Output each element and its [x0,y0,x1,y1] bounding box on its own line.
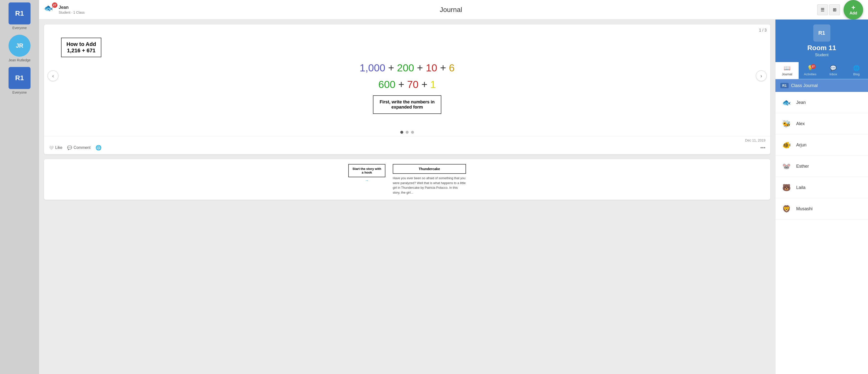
jean-avatar: 🐟 [780,96,793,109]
nav-tabs: 📖 Journal 💡 Activities 27 💬 Inbox 🌐 Blog [775,62,868,79]
tab-blog[interactable]: 🌐 Blog [845,62,868,79]
main-area: 🐟 27 Jean Student · 1 Class Journal ☰ ⊞ … [39,0,868,374]
student-item-arjun[interactable]: 🐠 Arjun [775,135,868,156]
user-name: Jean [59,5,85,10]
inbox-tab-label: Inbox [829,73,837,76]
room-badge: R1 [813,24,830,41]
everyone-label-1: Everyone [12,26,27,30]
jean-rutledge-avatar[interactable]: JR [8,35,31,57]
user-info: 🐟 27 Jean Student · 1 Class [44,4,85,16]
card-date-1: Dec 11, 2019 [49,138,766,142]
globe-button[interactable]: 🌐 [95,145,102,150]
jean-name: Jean [796,100,806,105]
like-button[interactable]: 🤍 Like [49,145,62,150]
equation-1: 1,000 + 200 + 10 + 6 [360,62,455,74]
view-toggle: ☰ ⊞ [817,4,840,15]
laila-name: Laila [796,185,805,190]
slide-area-1: 1 / 3 ‹ How to Add 1,216 + 671 1,000 + 2… [44,24,770,127]
content-area: 1 / 3 ‹ How to Add 1,216 + 671 1,000 + 2… [39,20,868,374]
top-header: 🐟 27 Jean Student · 1 Class Journal ☰ ⊞ … [39,0,868,20]
dot-3 [411,131,414,134]
like-label: Like [55,145,62,150]
card-footer-1: Dec 11, 2019 🤍 Like 💬 Comment 🌐 ••• [44,136,770,154]
blog-tab-icon: 🌐 [853,65,860,71]
esther-avatar: 🐭 [780,160,793,172]
preview-box-2: Thundercake [393,164,466,174]
journal-tab-icon: 📖 [784,65,790,71]
everyone-avatar-1[interactable]: R1 [8,2,31,24]
right-panel: R1 Room 11 Student 📖 Journal 💡 Activitie… [775,20,868,374]
header-right: ☰ ⊞ + Add [817,0,863,20]
list-view-button[interactable]: ☰ [817,4,828,15]
left-sidebar: R1 Everyone JR Jean Rutledge R1 Everyone [0,0,39,374]
everyone-group-2[interactable]: R1 Everyone [8,67,31,94]
alex-name: Alex [796,121,805,126]
math-slide: How to Add 1,216 + 671 1,000 + 200 + 10 … [51,38,763,114]
slide-counter-1: 1 / 3 [759,28,767,32]
comment-label: Comment [73,145,90,150]
student-item-musashi[interactable]: 🦁 Musashi [775,198,868,220]
card-actions-1: 🤍 Like 💬 Comment 🌐 ••• [49,145,766,150]
next-slide-button[interactable]: › [756,70,767,81]
musashi-name: Musashi [796,206,812,211]
room-name: Room 11 [780,44,863,52]
user-role: Student · 1 Class [59,10,85,15]
user-avatar: 🐟 27 [44,4,56,16]
blog-tab-label: Blog [854,73,860,76]
journal-feed: 1 / 3 ‹ How to Add 1,216 + 671 1,000 + 2… [39,20,775,374]
journal-tab-label: Journal [782,73,792,76]
page-title: Journal [440,6,462,14]
student-item-jean[interactable]: 🐟 Jean [775,92,868,113]
esther-name: Esther [796,164,809,169]
arrow-icon: → [365,178,369,182]
student-item-esther[interactable]: 🐭 Esther [775,156,868,177]
comment-button[interactable]: 💬 Comment [67,145,90,150]
notification-badge: 27 [52,2,57,8]
add-label: Add [849,11,857,16]
alex-avatar: 🐝 [780,118,793,130]
class-journal-label: Class Journal [791,83,818,88]
card-preview-2: Start the story with a hook → Thundercak… [44,159,770,200]
student-list: 🐟 Jean 🐝 Alex 🐠 Arjun 🐭 Esther 🐻 [775,92,868,374]
add-plus-icon: + [851,4,855,11]
arjun-name: Arjun [796,143,806,148]
more-options-button[interactable]: ••• [760,145,766,150]
tab-activities[interactable]: 💡 Activities 27 [799,62,822,79]
heart-icon: 🤍 [49,145,54,150]
info-box: First, write the numbers in expanded for… [373,95,441,114]
comment-icon: 💬 [67,145,72,150]
musashi-avatar: 🦁 [780,203,793,215]
journal-card-2: Start the story with a hook → Thundercak… [44,159,770,200]
tab-inbox[interactable]: 💬 Inbox [822,62,845,79]
jean-rutledge-group[interactable]: JR Jean Rutledge [8,35,31,62]
class-journal-badge: R1 [780,83,788,88]
add-button[interactable]: + Add [844,0,863,20]
preview-box-1: Start the story with a hook [348,164,385,177]
student-item-laila[interactable]: 🐻 Laila [775,177,868,198]
user-text-block: Jean Student · 1 Class [59,5,85,15]
student-item-alex[interactable]: 🐝 Alex [775,113,868,135]
journal-card-1: 1 / 3 ‹ How to Add 1,216 + 671 1,000 + 2… [44,24,770,154]
tab-journal[interactable]: 📖 Journal [775,62,799,79]
activities-tab-label: Activities [804,73,816,76]
dot-1 [400,131,403,134]
laila-avatar: 🐻 [780,181,793,194]
inbox-tab-icon: 💬 [830,65,836,71]
room-header: R1 Room 11 Student [775,20,868,62]
everyone-avatar-2[interactable]: R1 [8,67,31,89]
arjun-avatar: 🐠 [780,139,793,151]
math-title-box: How to Add 1,216 + 671 [61,38,101,57]
grid-view-button[interactable]: ⊞ [829,4,840,15]
dots-indicator [44,127,770,136]
fish-icon: 🐟 [44,4,53,12]
equation-2: 600 + 70 + 1 [378,79,436,90]
preview-text: Have you ever been so afraid of somethin… [393,176,466,195]
room-role: Student [780,53,863,57]
activities-badge: 27 [811,64,816,69]
preview-content: Start the story with a hook → Thundercak… [348,164,466,195]
dot-2 [406,131,409,134]
everyone-label-2: Everyone [12,90,27,94]
jean-rutledge-label: Jean Rutledge [8,58,31,62]
everyone-group-1[interactable]: R1 Everyone [8,2,31,30]
prev-slide-button[interactable]: ‹ [48,70,58,81]
